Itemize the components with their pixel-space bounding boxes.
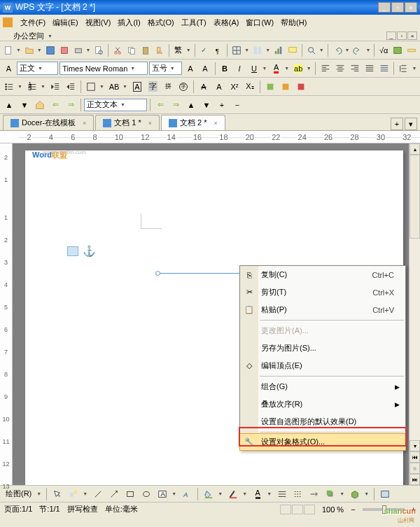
outdent-button[interactable] (48, 80, 62, 94)
bold-button[interactable]: B (218, 62, 231, 76)
numbering-button[interactable]: 123 (25, 80, 39, 94)
zoom-out-button[interactable]: − (351, 505, 355, 514)
textbox-button[interactable]: A (155, 487, 169, 501)
doc-tab-1[interactable]: 文档 1 *× (95, 115, 160, 130)
highlight-button[interactable]: ab (292, 62, 305, 76)
align-left-button[interactable] (318, 62, 332, 76)
dash-style-button[interactable] (291, 487, 305, 501)
align-distribute-button[interactable] (377, 62, 391, 76)
grow-font-button[interactable]: A (183, 62, 197, 76)
sub-button[interactable]: X₂ (243, 80, 257, 94)
bullets-button[interactable] (2, 80, 16, 94)
menu-insert[interactable]: 插入(I) (114, 16, 144, 29)
doc-close-button[interactable]: × (407, 31, 417, 40)
shrink-font-button[interactable]: A (198, 62, 211, 76)
align-right-button[interactable] (348, 62, 361, 76)
ctx-G[interactable]: 组合(G)▶ (240, 378, 405, 395)
wps-icon[interactable] (3, 17, 13, 27)
chart-button[interactable] (272, 43, 285, 57)
menu-edit[interactable]: 编辑(E) (49, 16, 82, 29)
ruler-button[interactable] (405, 43, 418, 57)
font-size-selector[interactable]: 五号▼ (149, 62, 183, 75)
tab-close-icon[interactable]: × (214, 120, 218, 127)
menu-help[interactable]: 帮助(H) (277, 16, 310, 29)
doc-minimize-button[interactable]: _ (386, 31, 396, 40)
prev-page-button[interactable]: ⏮ (410, 451, 420, 463)
font-color-button[interactable]: A (270, 62, 283, 76)
font-fill-button[interactable]: A (251, 487, 265, 501)
convert-button[interactable]: 繁 (172, 43, 185, 57)
autoshapes-button[interactable] (66, 487, 80, 501)
border-button[interactable] (84, 80, 98, 94)
redo-button[interactable] (351, 43, 364, 57)
close-button[interactable]: × (405, 2, 417, 13)
view-print-button[interactable] (280, 505, 291, 514)
save-button[interactable] (44, 43, 57, 57)
outline-up-button[interactable]: ▲ (2, 98, 16, 112)
toggle-marks-button[interactable]: ¶ (212, 43, 225, 57)
tool-c-button[interactable] (294, 80, 308, 94)
select-objects-button[interactable] (50, 487, 64, 501)
line-spacing-button[interactable] (397, 62, 410, 76)
phonetic-button[interactable]: 拼 (161, 80, 175, 94)
zoom-level[interactable]: 100 % (322, 505, 344, 514)
char-border-button[interactable]: A (130, 80, 144, 94)
status-spellcheck[interactable]: 拼写检查 (67, 504, 98, 514)
arrow-tool-button[interactable] (107, 487, 121, 501)
italic-button[interactable]: I (233, 62, 246, 76)
line-color-button[interactable] (226, 487, 240, 501)
comment-button[interactable] (286, 43, 299, 57)
restore-button[interactable]: ▫ (391, 2, 404, 13)
cut-button[interactable] (111, 43, 124, 57)
outline-level-selector[interactable]: 正文文本▼ (84, 99, 147, 111)
char-shading-button[interactable]: 字 (146, 80, 160, 94)
indent-button[interactable] (64, 80, 78, 94)
home-button[interactable] (33, 98, 47, 112)
find-button[interactable] (305, 43, 318, 57)
browse-object-button[interactable]: ○ (410, 463, 420, 474)
emphasis-button[interactable]: A (212, 80, 226, 94)
columns-button[interactable] (251, 43, 264, 57)
strike-button[interactable]: A (197, 80, 211, 94)
doc-tab-docer[interactable]: Docer-在线模板× (3, 115, 94, 130)
line-weight-button[interactable] (275, 487, 289, 501)
menu-view[interactable]: 视图(V) (82, 16, 115, 29)
vertical-ruler[interactable]: 2112345678910111213 (0, 143, 13, 485)
wordart-button[interactable]: A (180, 487, 194, 501)
style-pane-button[interactable]: A (2, 62, 15, 76)
expand-button[interactable]: + (215, 98, 229, 112)
menu-window[interactable]: 窗口(W) (242, 16, 277, 29)
draw-menu[interactable]: 绘图(R) (3, 489, 34, 499)
new-button[interactable] (2, 43, 15, 57)
font-selector[interactable]: Times New Roman▼ (59, 62, 147, 75)
fill-color-button[interactable] (202, 487, 216, 501)
arrow-style-button[interactable] (307, 487, 321, 501)
textdir-button[interactable]: AB (107, 80, 121, 94)
menu-table[interactable]: 表格(A) (210, 16, 243, 29)
line-tool-button[interactable] (91, 487, 105, 501)
undo-button[interactable] (331, 43, 344, 57)
rect-tool-button[interactable] (123, 487, 137, 501)
collapse-button[interactable]: − (230, 98, 244, 112)
insert-picture-button[interactable] (378, 487, 392, 501)
tab-close-icon[interactable]: × (83, 120, 86, 127)
ctx-C[interactable]: ⎘复制(C)Ctrl+C (240, 266, 405, 283)
shadow-button[interactable] (323, 487, 337, 501)
export-button[interactable] (58, 43, 71, 57)
align-center-button[interactable] (333, 62, 346, 76)
tool-b-button[interactable] (279, 80, 293, 94)
super-button[interactable]: X² (227, 80, 241, 94)
ctx-E[interactable]: ◇编辑顶点(E) (240, 357, 405, 374)
horizontal-ruler[interactable]: 2468101214161820222426283032 (0, 131, 420, 143)
print-preview-button[interactable] (92, 43, 105, 57)
equation-button[interactable]: √α (377, 43, 390, 57)
spell-button[interactable]: ✓ (198, 43, 211, 57)
ctx-T[interactable]: ✂剪切(T)Ctrl+X (240, 283, 405, 301)
format-painter-button[interactable] (153, 43, 166, 57)
ctx-R[interactable]: 叠放次序(R)▶ (240, 395, 405, 413)
scroll-down-button[interactable]: ▾ (410, 440, 420, 451)
oval-tool-button[interactable] (139, 487, 153, 501)
ctx-S[interactable]: 另存为图片(S)... (240, 339, 405, 357)
gallery-button[interactable] (391, 43, 404, 57)
scroll-thumb[interactable] (410, 155, 420, 239)
